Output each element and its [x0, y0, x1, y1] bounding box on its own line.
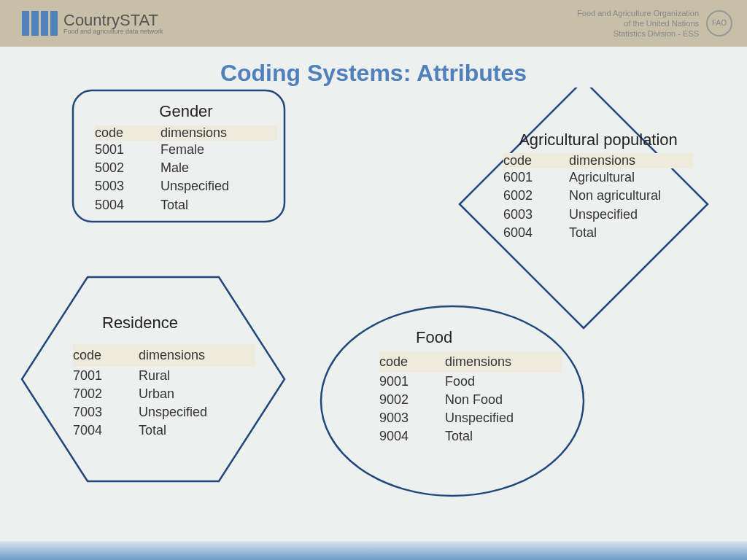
table-row: 9001Food — [379, 373, 562, 391]
table-row: 5004Total — [95, 196, 277, 214]
col-header-code: code — [73, 344, 139, 367]
fao-emblem-icon: FAO — [706, 10, 732, 36]
table-row: 5002Male — [95, 159, 277, 177]
table-row: 7003Unspecified — [73, 403, 255, 421]
residence-block: Residence code dimensions 7001Rural 7002… — [73, 314, 255, 440]
table-row: 6004Total — [503, 224, 693, 242]
food-title: Food — [379, 328, 562, 347]
agricultural-table: code dimensions 6001Agricultural 6002Non… — [503, 153, 693, 242]
agricultural-block: Agricultural population code dimensions … — [503, 131, 693, 242]
table-row: 7001Rural — [73, 367, 255, 385]
footer-bar — [0, 541, 747, 560]
gender-block: Gender code dimensions 5001Female 5002Ma… — [95, 102, 277, 214]
logo-title: CountrySTAT — [63, 12, 163, 28]
slide-title: Coding Systems: Attributes — [0, 60, 747, 87]
residence-table: code dimensions 7001Rural 7002Urban 7003… — [73, 344, 255, 440]
table-row: 7002Urban — [73, 385, 255, 403]
table-row: 6002Non agricultural — [503, 187, 693, 205]
col-header-code: code — [379, 351, 445, 373]
table-row: 7004Total — [73, 421, 255, 440]
fao-attribution: Food and Agriculture Organization of the… — [577, 8, 732, 39]
diagram-canvas: Gender code dimensions 5001Female 5002Ma… — [0, 88, 747, 540]
gender-table: code dimensions 5001Female 5002Male 5003… — [95, 125, 277, 214]
logo-bars-icon — [22, 11, 58, 36]
table-row: 5003Unspecified — [95, 177, 277, 195]
logo-subtitle: Food and agriculture data network — [63, 28, 163, 35]
fao-line2: of the United Nations — [577, 18, 699, 28]
fao-line3: Statistics Division - ESS — [577, 28, 699, 39]
countrystat-logo: CountrySTAT Food and agriculture data ne… — [22, 11, 163, 36]
table-row: 9003Unspecified — [379, 409, 562, 427]
col-header-dimensions: dimensions — [139, 344, 255, 367]
col-header-code: code — [503, 153, 569, 168]
table-row: 9002Non Food — [379, 391, 562, 409]
col-header-dimensions: dimensions — [569, 153, 686, 168]
col-header-code: code — [95, 125, 160, 141]
residence-title: Residence — [73, 314, 255, 332]
agricultural-title: Agricultural population — [503, 131, 693, 149]
food-table: code dimensions 9001Food 9002Non Food 90… — [379, 351, 562, 446]
header-bar: CountrySTAT Food and agriculture data ne… — [0, 0, 747, 47]
table-row: 5001Female — [95, 141, 277, 159]
food-block: Food code dimensions 9001Food 9002Non Fo… — [379, 328, 562, 446]
col-header-dimensions: dimensions — [445, 351, 562, 373]
fao-line1: Food and Agriculture Organization — [577, 8, 699, 18]
gender-title: Gender — [95, 102, 277, 121]
col-header-dimensions: dimensions — [160, 125, 277, 141]
table-row: 9004Total — [379, 427, 562, 446]
table-row: 6001Agricultural — [503, 168, 693, 187]
table-row: 6003Unspecified — [503, 206, 693, 224]
